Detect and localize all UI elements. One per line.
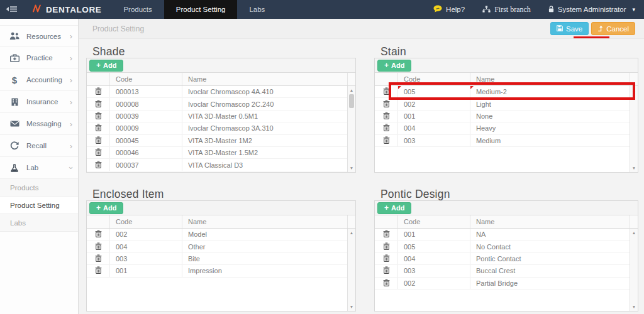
scrollbar[interactable]: ▲▼ (630, 229, 638, 311)
cell-name[interactable]: VITA Classical D3 (182, 159, 347, 170)
cell-name[interactable]: VITA 3D-Master 0.5M1 (182, 111, 347, 122)
sidebar-item-accounting[interactable]: $Accounting› (0, 69, 78, 91)
sidebar-item-lab[interactable]: Lab› (0, 157, 78, 179)
table-row[interactable]: 000039VITA 3D-Master 0.5M1 (87, 111, 355, 122)
scrollbar[interactable]: ▲▼ (347, 86, 355, 172)
table-row[interactable]: 000008Ivoclar Chromascop 2C.240 (87, 98, 355, 110)
add-button[interactable]: +Add (377, 202, 411, 214)
delete-row-button[interactable] (95, 112, 102, 121)
delete-row-button[interactable] (95, 100, 102, 109)
scrollbar[interactable]: ▲▼ (630, 86, 638, 172)
delete-row-button[interactable] (95, 254, 102, 263)
delete-row-button[interactable] (95, 124, 102, 133)
cell-name[interactable]: Other (182, 241, 347, 252)
cell-code[interactable]: 003 (109, 253, 182, 264)
table-row[interactable]: 001None (375, 111, 638, 122)
sidebar-subitem-products[interactable]: Products (0, 179, 78, 197)
scroll-up-arrow[interactable]: ▲ (630, 88, 638, 92)
table-row[interactable]: 004Pontic Contact (375, 253, 638, 265)
cell-name[interactable]: Ivoclar Chromascop 4A.410 (182, 86, 347, 97)
cell-code[interactable]: 000045 (109, 135, 182, 146)
cell-name[interactable]: VITA 3D-Master 1.5M2 (182, 147, 347, 158)
cell-code[interactable]: 000013 (109, 86, 182, 97)
scroll-down-arrow[interactable]: ▼ (348, 305, 355, 309)
table-row[interactable]: 005No Contact (375, 241, 638, 252)
scroll-up-arrow[interactable]: ▲ (630, 230, 638, 235)
scrollbar-thumb[interactable] (349, 94, 354, 108)
delete-row-button[interactable] (383, 254, 390, 263)
cell-code[interactable]: 004 (109, 241, 182, 252)
table-row[interactable]: 003Bite (87, 253, 355, 265)
scrollbar[interactable]: ▲▼ (347, 229, 355, 311)
sidebar-item-recall[interactable]: Recall› (0, 135, 78, 157)
table-row[interactable]: 004Heavy (375, 122, 638, 134)
nav-tab-products[interactable]: Products (111, 0, 164, 19)
delete-row-button[interactable] (383, 136, 390, 145)
cell-code[interactable]: 000008 (109, 98, 182, 109)
cell-name[interactable]: None (470, 111, 630, 122)
sidebar-item-insurance[interactable]: Insurance› (0, 91, 78, 113)
delete-row-button[interactable] (95, 161, 102, 170)
cell-code[interactable]: 004 (397, 122, 470, 134)
cell-name[interactable]: Pontic Contact (470, 253, 630, 264)
delete-row-button[interactable] (95, 242, 102, 251)
cell-name[interactable]: Partial Bridge (470, 278, 630, 289)
cell-name[interactable]: Ivoclar Chromascop 2C.240 (182, 98, 347, 109)
cell-name[interactable]: Impression (182, 265, 347, 276)
cell-code[interactable]: 004 (397, 253, 470, 264)
table-row[interactable]: 000037VITA Classical D3 (87, 159, 355, 171)
delete-row-button[interactable] (383, 266, 390, 275)
add-button[interactable]: +Add (377, 60, 411, 72)
cell-name[interactable]: Light (470, 98, 630, 109)
delete-row-button[interactable] (383, 112, 390, 121)
table-row[interactable]: 000009Ivoclar Chromascop 3A.310 (87, 122, 355, 134)
scroll-down-arrow[interactable]: ▼ (630, 166, 638, 170)
cell-name[interactable]: Bite (182, 253, 347, 264)
delete-row-button[interactable] (95, 136, 102, 145)
delete-row-button[interactable] (383, 124, 390, 133)
cell-code[interactable]: 002 (109, 229, 182, 240)
add-button[interactable]: +Add (89, 202, 123, 214)
cell-code[interactable]: 002 (397, 98, 470, 109)
cell-name[interactable]: Heavy (470, 122, 630, 134)
delete-row-button[interactable] (95, 230, 102, 239)
sidebar-subitem-product-setting[interactable]: Product Setting (0, 197, 78, 214)
nav-tab-product-setting[interactable]: Product Setting (164, 0, 238, 19)
table-row[interactable]: 005Medium-2 (375, 86, 638, 98)
brand-logo[interactable]: DENTALORE (23, 0, 111, 19)
table-row[interactable]: 001NA (375, 229, 638, 241)
table-row[interactable]: 003Medium (375, 135, 638, 147)
table-row[interactable]: 000045VITA 3D-Master 1M2 (87, 135, 355, 147)
add-button[interactable]: +Add (89, 60, 123, 72)
scroll-up-arrow[interactable]: ▲ (348, 88, 355, 92)
cell-name[interactable]: Medium (470, 135, 630, 146)
delete-row-button[interactable] (383, 87, 390, 96)
scroll-down-arrow[interactable]: ▼ (348, 166, 355, 170)
cell-name[interactable]: No Contact (470, 241, 630, 252)
cell-name[interactable]: Ivoclar Chromascop 3A.310 (182, 122, 347, 134)
cell-name[interactable]: NA (470, 229, 630, 240)
sidebar-item-practice[interactable]: Practice› (0, 47, 78, 69)
cell-name[interactable]: Buccal Crest (470, 265, 630, 276)
delete-row-button[interactable] (95, 266, 102, 275)
cell-code[interactable]: 000046 (109, 147, 182, 158)
table-row[interactable]: 002Partial Bridge (375, 278, 638, 290)
table-row[interactable]: 000046VITA 3D-Master 1.5M2 (87, 147, 355, 159)
table-row[interactable]: 004Other (87, 241, 355, 252)
scroll-up-arrow[interactable]: ▲ (348, 230, 355, 235)
cell-code[interactable]: 000009 (109, 122, 182, 134)
table-row[interactable]: 000013Ivoclar Chromascop 4A.410 (87, 86, 355, 98)
cell-code[interactable]: 002 (397, 278, 470, 289)
sidebar-item-messaging[interactable]: Messaging› (0, 113, 78, 135)
table-row[interactable]: 001Impression (87, 265, 355, 277)
delete-row-button[interactable] (383, 279, 390, 288)
cell-code[interactable]: 003 (397, 135, 470, 146)
sidebar-item-resources[interactable]: Resources› (0, 25, 78, 47)
scroll-down-arrow[interactable]: ▼ (630, 305, 638, 309)
delete-row-button[interactable] (95, 148, 102, 157)
cell-name[interactable]: Medium-2 (470, 86, 630, 97)
cell-code[interactable]: 001 (109, 265, 182, 276)
cell-name[interactable]: Model (182, 229, 347, 240)
delete-row-button[interactable] (383, 100, 390, 109)
cell-code[interactable]: 005 (397, 86, 470, 97)
